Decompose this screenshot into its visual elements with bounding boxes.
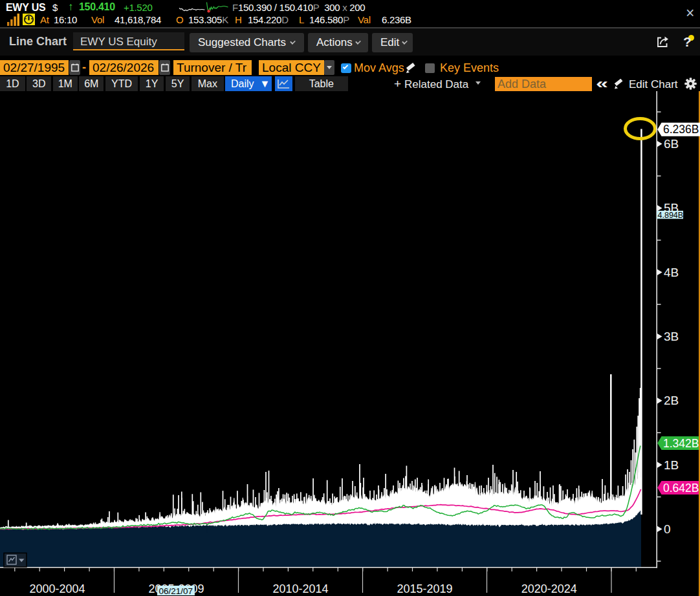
svg-text:06/21/07: 06/21/07 xyxy=(159,586,193,596)
svg-text:3B: 3B xyxy=(664,330,679,343)
svg-text:0: 0 xyxy=(664,522,671,536)
svg-text:2000-2004: 2000-2004 xyxy=(29,582,85,595)
svg-text:0.642B: 0.642B xyxy=(663,482,699,495)
svg-text:2010-2014: 2010-2014 xyxy=(272,582,328,595)
svg-text:2020-2024: 2020-2024 xyxy=(521,582,577,595)
svg-text:1B: 1B xyxy=(664,458,679,472)
svg-text:6B: 6B xyxy=(664,137,679,151)
svg-text:4B: 4B xyxy=(664,266,679,279)
svg-text:4.894B: 4.894B xyxy=(658,211,684,220)
svg-text:2B: 2B xyxy=(664,394,679,407)
svg-text:1.342B: 1.342B xyxy=(663,437,699,450)
svg-text:6.236B: 6.236B xyxy=(663,123,699,136)
svg-text:2015-2019: 2015-2019 xyxy=(397,582,452,595)
